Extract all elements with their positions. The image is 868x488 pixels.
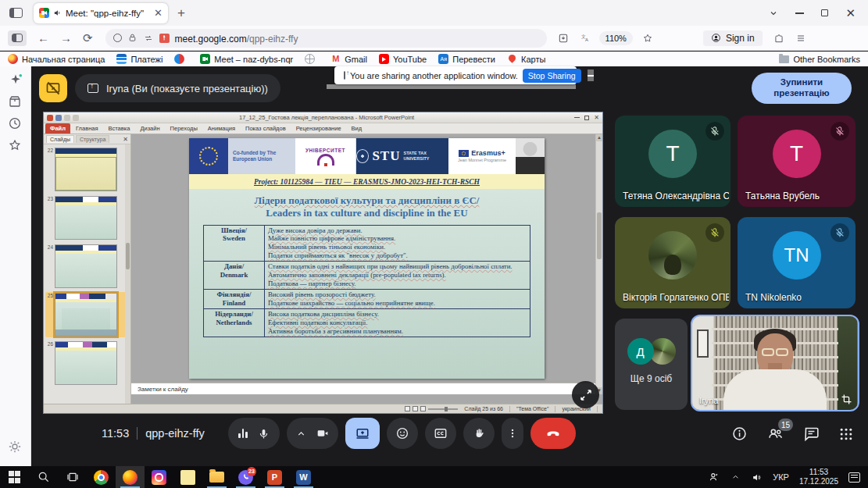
- ppt-slide-thumbnail[interactable]: [55, 244, 117, 288]
- ppt-ribbon-tab[interactable]: Переходы: [166, 123, 202, 134]
- package-icon[interactable]: [8, 94, 22, 109]
- ppt-ribbon-tab[interactable]: Рецензирование: [291, 123, 346, 134]
- show-hidden-icons-chevron[interactable]: [730, 473, 741, 481]
- history-clock-icon[interactable]: [8, 116, 22, 130]
- ppt-ribbon-tab[interactable]: Главная: [71, 123, 103, 134]
- ppt-thumbnail-row[interactable]: 24: [45, 244, 129, 289]
- swap-arrows-icon[interactable]: [143, 34, 154, 43]
- bookmark-item[interactable]: [174, 54, 188, 64]
- action-center-icon[interactable]: [848, 472, 860, 483]
- address-bar[interactable]: meet.google.com/qpp-eihz-ffy: [105, 29, 547, 48]
- zoom-level[interactable]: 110%: [599, 31, 633, 45]
- ppt-quick-access-toolbar[interactable]: [47, 115, 79, 121]
- window-restore-button[interactable]: [821, 9, 828, 16]
- screen-share-indicator-icon[interactable]: [159, 34, 170, 43]
- lock-icon[interactable]: [127, 33, 138, 43]
- presentation-warning-button[interactable]: [39, 74, 67, 102]
- tab-close-icon[interactable]: ✕: [154, 7, 163, 19]
- presenting-active-button[interactable]: [345, 418, 380, 449]
- back-button[interactable]: ←: [38, 32, 49, 44]
- more-options-button[interactable]: [502, 418, 523, 449]
- participant-tile-2[interactable]: Т Татьяна Врубель: [738, 116, 855, 207]
- extensions-icon[interactable]: [773, 33, 784, 44]
- ppt-ribbon-tab[interactable]: Анимация: [203, 123, 240, 134]
- ppt-slide-thumbnail[interactable]: [55, 148, 117, 191]
- taskbar-powerpoint[interactable]: P: [260, 466, 289, 488]
- firefox-view-icon[interactable]: [9, 8, 23, 18]
- bookmark-item[interactable]: Gmail: [330, 54, 367, 64]
- taskbar-file-explorer[interactable]: [202, 466, 231, 488]
- ppt-close-button[interactable]: ✕: [594, 114, 599, 121]
- taskbar-word[interactable]: W: [289, 466, 318, 488]
- ppt-ribbon-tab[interactable]: Дизайн: [135, 123, 164, 134]
- more-participants-tile[interactable]: Д Ще 9 осіб: [615, 319, 688, 410]
- expand-presentation-button[interactable]: [572, 381, 599, 408]
- ppt-tab-slides[interactable]: Слайды: [46, 135, 74, 143]
- taskbar-sticky-notes[interactable]: [173, 466, 202, 488]
- bookmark-item[interactable]: Платежі: [116, 54, 163, 64]
- sidebar-toggle-button[interactable]: [8, 30, 27, 46]
- taskbar-clock[interactable]: 11:5317.12.2025: [799, 468, 838, 486]
- reactions-button[interactable]: [387, 418, 418, 449]
- save-to-pocket-icon[interactable]: [558, 33, 569, 44]
- participant-tile-1[interactable]: Т Тетяна Олександрівна Ск...: [615, 116, 730, 207]
- ppt-thumbnail-row[interactable]: 25: [45, 292, 129, 337]
- powerpoint-window[interactable]: 17_12_25_Гостова лекція_перепланована - …: [43, 112, 603, 414]
- new-tab-button[interactable]: +: [177, 5, 185, 21]
- camera-control[interactable]: [287, 418, 338, 449]
- window-close-button[interactable]: ✕: [845, 7, 855, 19]
- taskbar-search-button[interactable]: [29, 466, 58, 488]
- bookmarks-star-icon[interactable]: [8, 138, 22, 152]
- info-button[interactable]: [731, 426, 748, 442]
- menu-icon[interactable]: [795, 34, 806, 43]
- forward-button[interactable]: →: [60, 32, 72, 44]
- raise-hand-button[interactable]: [463, 418, 495, 449]
- translate-icon[interactable]: 文A: [580, 33, 591, 43]
- volume-icon[interactable]: [751, 472, 763, 483]
- toast-minimize-button[interactable]: [588, 69, 594, 81]
- reload-button[interactable]: ⟳: [83, 32, 93, 44]
- ai-chatbot-icon[interactable]: [8, 73, 23, 88]
- permissions-icon[interactable]: [113, 34, 122, 42]
- settings-gear-icon[interactable]: [8, 440, 22, 454]
- ppt-ribbon-tab[interactable]: Вид: [347, 123, 367, 134]
- ppt-panel-scrollbar[interactable]: [125, 144, 130, 404]
- taskbar-chrome[interactable]: [87, 466, 116, 488]
- self-video-tile[interactable]: Iryna: [691, 315, 859, 411]
- bookmark-item[interactable]: [305, 54, 319, 64]
- other-bookmarks-button[interactable]: Other Bookmarks: [779, 55, 860, 64]
- start-button[interactable]: [0, 466, 29, 488]
- bookmark-item[interactable]: Перевести: [438, 54, 495, 64]
- ppt-thumbnail-row[interactable]: 22: [45, 147, 129, 192]
- taskbar-firefox[interactable]: [116, 466, 145, 488]
- bookmark-item[interactable]: Карты: [507, 54, 545, 64]
- bookmark-item[interactable]: YouTube: [379, 54, 427, 64]
- ppt-slide-thumbnail[interactable]: [55, 293, 117, 337]
- window-minimize-button[interactable]: [795, 12, 804, 14]
- participant-tile-3[interactable]: Вікторія Горлатенко ОПБ...: [615, 217, 730, 308]
- ppt-ribbon-tab[interactable]: Показ слайдов: [241, 123, 291, 134]
- ppt-ribbon-tab[interactable]: Вставка: [104, 123, 135, 134]
- crop-icon[interactable]: [841, 394, 852, 405]
- bookmark-star-icon[interactable]: [642, 33, 653, 44]
- task-view-button[interactable]: [58, 466, 87, 488]
- activities-grid-button[interactable]: [838, 426, 854, 442]
- tab-list-chevron-icon[interactable]: [769, 9, 778, 18]
- ppt-slide-scrollbar[interactable]: ▲▼: [595, 134, 602, 394]
- presenter-pill[interactable]: Iryna (Ви (показуєте презентацію)): [75, 74, 280, 102]
- ppt-minimize-button[interactable]: [574, 117, 580, 119]
- ppt-view-controls[interactable]: [405, 406, 458, 411]
- captions-button[interactable]: [425, 418, 456, 449]
- chat-button[interactable]: [803, 426, 820, 442]
- browser-tab[interactable]: Meet: "qpp-eihz-ffy" ✕: [34, 3, 168, 23]
- mic-control[interactable]: [228, 418, 280, 449]
- taskbar-viber[interactable]: 23: [231, 466, 260, 488]
- bookmark-item[interactable]: Meet – naz-dybs-nqr: [200, 54, 293, 64]
- ppt-tab-outline[interactable]: Структура: [76, 135, 109, 143]
- tab-audio-icon[interactable]: [53, 9, 62, 17]
- ppt-slide-thumbnail[interactable]: [55, 341, 117, 385]
- stop-presentation-button[interactable]: Зупинити презентацію: [752, 73, 852, 104]
- participant-tile-4[interactable]: TN TN Nikolenko: [738, 217, 855, 308]
- taskbar-instagram[interactable]: [145, 466, 173, 488]
- ppt-slide-thumbnail[interactable]: [55, 196, 117, 240]
